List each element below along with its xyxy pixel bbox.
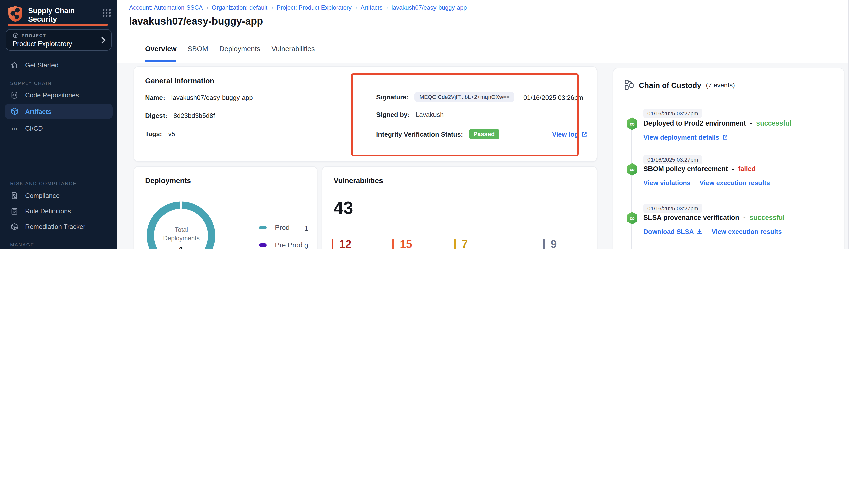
breadcrumb-current[interactable]: lavakush07/easy-buggy-app [392,4,467,11]
external-link-icon [582,131,587,137]
prod-legend-label: Prod [275,223,290,231]
card-title: Vulnerabilities [334,177,383,185]
prod-legend-dot [259,226,267,229]
preprod-legend-label: Pre Prod [275,241,303,248]
breadcrumb-account[interactable]: Account: Automation-SSCA [129,4,203,11]
svg-text:∞: ∞ [630,120,635,128]
clipboard-check-icon [10,207,18,215]
low-bar [543,239,545,248]
event-status: failed [738,165,756,173]
signature-value: MEQCICde2VjIT...bL+2+mqnOXw== [415,92,515,102]
app-logo-shield-icon [8,5,23,22]
svg-text:∞: ∞ [630,166,635,173]
sidebar-item-code-repositories[interactable]: Code Repositories [4,88,113,101]
sidebar-item-compliance[interactable]: Compliance [4,189,113,202]
view-execution-results-link[interactable]: View execution results [699,179,770,187]
event-timestamp: 01/16/2025 03:27pm [643,109,702,118]
view-execution-results-link[interactable]: View execution results [712,228,782,236]
page-header: Account: Automation-SSCA › Organization:… [117,0,849,36]
donut-label-line1: Total [157,226,206,235]
breadcrumb-project[interactable]: Project: Product Exploratory [277,4,352,11]
digest-value: 8d23bd3b5d8f [173,112,215,119]
download-slsa-link[interactable]: Download SLSA [643,228,702,236]
event-timestamp: 01/16/2025 03:27pm [643,204,702,213]
sidebar-item-cicd[interactable]: ∞ CI/CD [4,122,113,134]
project-selector[interactable]: PROJECT Product Exploratory [5,29,112,51]
svg-text:∞: ∞ [630,214,635,222]
sidebar-item-rule-definitions[interactable]: Rule Definitions [4,204,113,217]
artifact-cube-icon [10,108,18,115]
prod-legend-value: 1 [304,225,308,232]
pipeline-event-icon: ∞ [625,211,639,225]
vulnerabilities-total: 43 [334,198,353,218]
event-status: successful [750,214,785,222]
breadcrumb-organization[interactable]: Organization: default [212,4,268,11]
low-count: 9 [550,239,570,248]
general-information-card: General Information Name: lavakush07/eas… [134,66,597,162]
critical-count: 12 [339,239,371,248]
donut-label-line2: Deployments [157,235,206,243]
medium-bar [454,239,456,248]
name-label: Name: [145,94,165,101]
chevron-right-icon [101,37,106,44]
event-status: successful [756,119,792,127]
high-count: 15 [400,239,420,248]
digest-label: Digest: [145,112,167,119]
tab-bar: Overview SBOM Deployments Vulnerabilitie… [117,36,849,62]
tab-vulnerabilities[interactable]: Vulnerabilities [271,36,315,62]
page-title: lavakush07/easy-buggy-app [129,16,849,27]
sidebar-item-remediation-tracker[interactable]: Remediation Tracker [4,220,113,233]
timeline-line [631,129,632,248]
project-cube-icon [13,33,18,39]
chain-of-custody-card: Chain of Custody (7 events) 01/16/2025 0… [613,68,844,248]
sidebar-section-manage: MANAGE [10,242,107,247]
external-link-icon [722,134,728,140]
breadcrumb-separator: › [355,4,357,11]
breadcrumb: Account: Automation-SSCA › Organization:… [129,4,849,11]
donut-total-value: 1 [157,244,206,249]
view-violations-link[interactable]: View violations [643,179,690,187]
view-deployment-details-link[interactable]: View deployment details [643,133,728,141]
pipeline-event-icon: ∞ [625,163,639,176]
sidebar-section-supply-chain: SUPPLY CHAIN [10,80,107,86]
app-window: Supply Chain Security PROJECT Product Ex… [0,0,868,248]
vulnerabilities-card: Vulnerabilities 43 12 CRITICAL 15 HIGH [322,166,597,248]
sidebar-item-artifacts[interactable]: Artifacts [4,104,113,119]
breadcrumb-separator: › [386,4,388,11]
home-icon [10,61,18,69]
signature-date: 01/16/2025 03:26pm [523,94,584,101]
coc-event-count: (7 events) [706,81,735,89]
coc-title: Chain of Custody [639,81,701,89]
chain-of-custody-icon [625,79,634,90]
right-rail [849,0,868,248]
sidebar-nav: Get Started SUPPLY CHAIN Code Repositori… [0,52,117,248]
card-title: General Information [145,77,214,85]
document-search-icon [10,191,18,199]
sidebar-item-get-started[interactable]: Get Started [4,58,113,71]
signed-by-label: Signed by: [376,111,410,118]
breadcrumb-separator: › [271,4,273,11]
sidebar-accent-divider [8,24,108,26]
signature-label: Signature: [376,93,409,101]
repository-icon [10,91,18,99]
deployments-card: Deployments Total Deployments 1 Prod 1 [134,166,318,248]
sidebar-section-risk: RISK AND COMPLIANCE [10,181,107,186]
project-name: Product Exploratory [13,40,106,48]
tab-sbom[interactable]: SBOM [187,36,208,62]
content: General Information Name: lavakush07/eas… [117,63,849,248]
tab-overview[interactable]: Overview [145,36,177,62]
app-grid-icon[interactable] [102,9,111,17]
view-log-link[interactable]: View log [552,130,587,138]
tab-deployments[interactable]: Deployments [219,36,260,62]
tags-label: Tags: [145,130,162,138]
card-title: Deployments [145,177,191,185]
breadcrumb-artifacts[interactable]: Artifacts [361,4,382,11]
project-eyebrow-label: PROJECT [22,33,46,38]
main-area: Account: Automation-SSCA › Organization:… [117,0,849,248]
integrity-status-label: Integrity Verification Status: [376,130,463,138]
status-badge: Passed [469,129,499,139]
sidebar-header: Supply Chain Security [0,0,117,24]
app-title: Supply Chain Security [28,6,87,24]
pipeline-event-icon: ∞ [625,117,639,130]
breadcrumb-separator: › [207,4,208,11]
